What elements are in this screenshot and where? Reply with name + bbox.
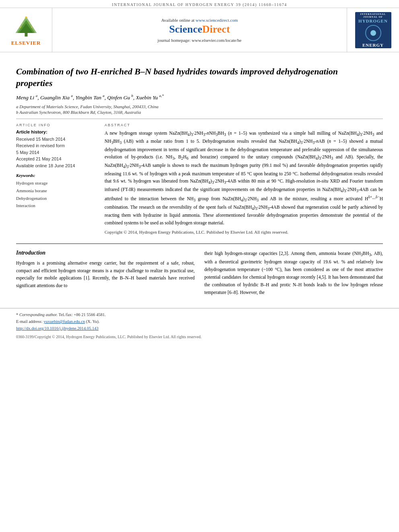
keyword-2: Ammonia borane <box>16 187 97 195</box>
footnote-corresponding: * Corresponding author. Tel./fax: +86 21… <box>16 312 383 318</box>
affiliation-a: a Department of Materials Science, Fudan… <box>16 104 383 109</box>
affiliations: a Department of Materials Science, Fudan… <box>16 104 383 115</box>
journal-logo-energy: ENERGY <box>362 43 384 47</box>
intro-text-left: Hydrogen is a promising alternative ener… <box>16 259 195 290</box>
elsevier-logo: ELSEVIER <box>0 8 52 52</box>
article-info-label: ARTICLE INFO <box>16 123 97 127</box>
article-history: Article history: Received 15 March 2014 … <box>16 129 97 169</box>
svg-point-5 <box>20 26 21 28</box>
keyword-3: Dehydrogenation <box>16 195 97 202</box>
body-left-column: Introduction Hydrogen is a promising alt… <box>16 250 195 296</box>
body-columns: Introduction Hydrogen is a promising alt… <box>0 250 399 296</box>
body-divider <box>16 243 383 244</box>
abstract-column: ABSTRACT A new hydrogen storage system N… <box>105 123 383 236</box>
svg-point-4 <box>25 16 27 18</box>
article-title: Combination of two H-enriched B–N based … <box>16 66 383 89</box>
keywords-section: Keywords: Hydrogen storage Ammonia boran… <box>16 173 97 210</box>
journal-logo-international: INTERNATIONAL <box>360 13 386 15</box>
page-header: ELSEVIER Available online at www.science… <box>0 8 399 52</box>
info-abstract-columns: ARTICLE INFO Article history: Received 1… <box>16 123 383 236</box>
journal-logo-orbit <box>365 25 381 41</box>
footnote-doi: http://dx.doi.org/10.1016/j.ijhydene.201… <box>16 325 383 332</box>
sd-logo-science: Science <box>169 23 202 35</box>
journal-logo-box: INTERNATIONAL JOURNAL OF HYDROGEN ENERGY <box>347 8 399 52</box>
keyword-1: Hydrogen storage <box>16 179 97 187</box>
history-heading: Article history: <box>16 129 97 134</box>
keywords-heading: Keywords: <box>16 173 97 178</box>
elsevier-tree-icon <box>12 14 40 38</box>
abstract-copyright: Copyright © 2014, Hydrogen Energy Public… <box>105 229 383 236</box>
received-revised-label: Received in revised form <box>16 142 97 149</box>
journal-header-bar: International Journal of Hydrogen Energy… <box>0 0 399 8</box>
sciencedirect-link[interactable]: www.sciencedirect.com <box>195 18 238 23</box>
abstract-paragraph: A new hydrogen storage system NaZn(BH4)3… <box>105 129 383 226</box>
sciencedirect-logo: ScienceDirect <box>169 23 230 35</box>
section-divider <box>16 119 383 119</box>
available-online-date: Available online 18 June 2014 <box>16 162 97 169</box>
authors-line: Meng Li a, Guanglin Xia a, Yingbin Tan a… <box>16 94 383 101</box>
article-title-section: Combination of two H-enriched B–N based … <box>16 66 383 89</box>
elsevier-brand-label: ELSEVIER <box>11 40 41 46</box>
keyword-4: Interaction <box>16 202 97 210</box>
journal-logo-journal: JOURNAL OF <box>363 16 383 18</box>
intro-text-right: their high hydrogen-storage capacities [… <box>204 250 383 296</box>
accepted-date: Accepted 21 May 2014 <box>16 156 97 162</box>
svg-point-8 <box>29 23 30 24</box>
journal-homepage-text: journal homepage: www.elsevier.com/locat… <box>158 38 242 43</box>
svg-point-6 <box>31 26 33 28</box>
journal-logo-hydrogen: HYDROGEN <box>358 18 388 23</box>
abstract-label: ABSTRACT <box>105 123 383 127</box>
sciencedirect-header: Available online at www.sciencedirect.co… <box>52 8 347 52</box>
journal-title: International Journal of Hydrogen Energy… <box>112 2 287 7</box>
article-info-column: ARTICLE INFO Article history: Received 1… <box>16 123 97 236</box>
email-link[interactable]: yuxuebin@fudan.edu.cn <box>43 319 85 324</box>
svg-point-7 <box>22 23 23 24</box>
footnote-email: E-mail address: yuxuebin@fudan.edu.cn (X… <box>16 318 383 325</box>
affiliation-b: b Australian Synchrotron, 800 Blackburn … <box>16 110 383 115</box>
footnote-star: * <box>16 312 18 317</box>
main-content: Combination of two H-enriched B–N based … <box>0 52 399 244</box>
received-date: Received 15 March 2014 <box>16 136 97 143</box>
issn-line: 0360-3199/Copyright © 2014, Hydrogen Ene… <box>16 335 383 339</box>
received-revised-date: 5 May 2014 <box>16 149 97 156</box>
sd-logo-direct: Direct <box>202 23 230 35</box>
available-online-text: Available online at www.sciencedirect.co… <box>161 18 238 23</box>
journal-logo: INTERNATIONAL JOURNAL OF HYDROGEN ENERGY <box>355 12 391 48</box>
introduction-heading: Introduction <box>16 250 195 256</box>
body-right-column: their high hydrogen-storage capacities [… <box>204 250 383 296</box>
footnotes: * Corresponding author. Tel./fax: +86 21… <box>0 308 399 339</box>
abstract-text: A new hydrogen storage system NaZn(BH4)3… <box>105 129 383 236</box>
journal-logo-orbit-inner <box>370 30 376 36</box>
doi-link[interactable]: http://dx.doi.org/10.1016/j.ijhydene.201… <box>16 326 99 331</box>
